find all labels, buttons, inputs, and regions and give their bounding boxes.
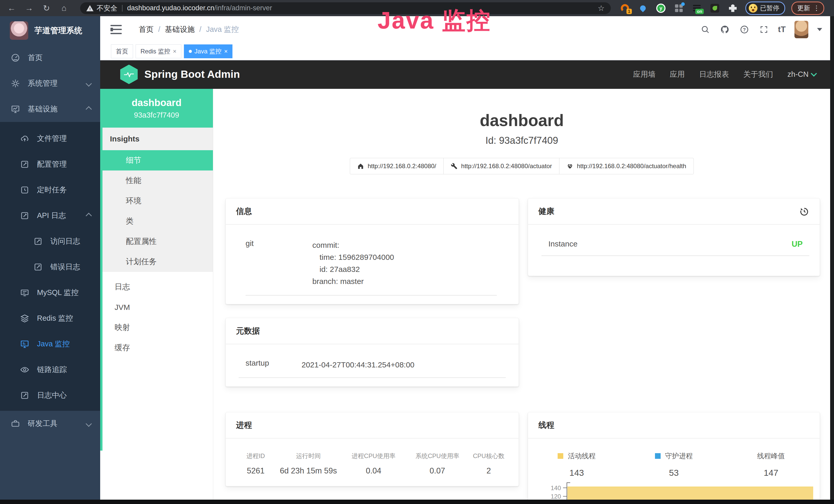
- sba-brand-title[interactable]: Spring Boot Admin: [144, 68, 240, 81]
- insights-item-details[interactable]: 细节: [100, 150, 213, 170]
- sidebar-item-tracing[interactable]: 链路追踪: [0, 357, 100, 383]
- sidebar-item-file-management[interactable]: 文件管理: [0, 126, 100, 152]
- extension-grid-icon[interactable]: [674, 3, 684, 13]
- insights-item-classes[interactable]: 类: [100, 211, 213, 231]
- y-axis-tick-label: 140: [543, 484, 561, 492]
- insights-item-metrics[interactable]: 性能: [100, 170, 213, 191]
- avatar-caret-icon[interactable]: [817, 28, 822, 31]
- user-avatar[interactable]: [794, 21, 808, 38]
- sba-navbar: Spring Boot Admin 应用墙 应用 日志报表 关于我们 zh-CN: [100, 60, 834, 89]
- browser-menu-icon[interactable]: ⋮: [813, 4, 820, 12]
- gear-icon: [11, 79, 20, 88]
- wrench-icon: [451, 163, 458, 169]
- text-size-icon[interactable]: tT: [778, 25, 786, 34]
- extensions-puzzle-icon[interactable]: [728, 3, 738, 13]
- chevron-down-icon: [86, 420, 92, 427]
- sba-nav-applications[interactable]: 应用: [670, 69, 685, 79]
- sidebar-item-infrastructure[interactable]: 基础设施: [0, 96, 100, 122]
- metadata-card-title: 元数据: [236, 325, 260, 336]
- sidebar-item-error-logs[interactable]: 错误日志: [0, 254, 100, 280]
- search-icon[interactable]: [700, 24, 711, 35]
- sidebar-item-access-logs[interactable]: 访问日志: [0, 229, 100, 254]
- annotation-java-monitor: Java 监控: [378, 5, 491, 37]
- close-icon[interactable]: ×: [224, 48, 227, 55]
- app-logo-row[interactable]: 芋道管理系统: [0, 16, 100, 45]
- insights-section-label: Insights: [100, 128, 213, 150]
- sidebar-toggle-icon[interactable]: [110, 25, 122, 34]
- browser-update-button[interactable]: 更新 ⋮: [791, 2, 824, 15]
- service-url-button[interactable]: http://192.168.0.2:48080/: [350, 158, 444, 174]
- sba-nav-journal[interactable]: 日志报表: [699, 69, 729, 79]
- sidebar-item-jvm[interactable]: JVM: [100, 297, 213, 317]
- y-axis-cap: [567, 482, 570, 483]
- close-icon[interactable]: ×: [173, 48, 176, 55]
- insights-item-config-props[interactable]: 配置属性: [100, 231, 213, 252]
- sidebar-item-config-management[interactable]: 配置管理: [0, 152, 100, 177]
- sidebar-item-caches[interactable]: 缓存: [100, 338, 213, 358]
- legend-swatch-daemon: [655, 453, 661, 459]
- process-table: 进程ID5261 运行时间6d 23h 15m 59s 进程CPU使用率0.04…: [226, 452, 519, 476]
- eye-icon: [20, 365, 29, 374]
- extension-pin-icon[interactable]: [638, 3, 648, 13]
- breadcrumb: 首页 / 基础设施 / Java 监控: [139, 24, 239, 35]
- sba-nav-about[interactable]: 关于我们: [743, 69, 773, 79]
- actuator-url-button[interactable]: http://192.168.0.2:48080/actuator: [443, 158, 559, 174]
- tab-java-monitor[interactable]: Java 监控 ×: [184, 44, 233, 58]
- status-badge: UP: [792, 239, 803, 249]
- extension-refresh-icon[interactable]: 1: [620, 3, 630, 13]
- info-card: 信息 git commit: time: 1596289704000 id: 2…: [225, 198, 519, 304]
- chevron-down-icon: [811, 70, 817, 76]
- browser-back-icon[interactable]: ←: [6, 2, 18, 14]
- github-icon[interactable]: [720, 24, 730, 35]
- window-bottom-edge: [0, 500, 834, 504]
- address-bar[interactable]: ! 不安全 dashboard.yudao.iocoder.cn/infra/a…: [80, 2, 611, 14]
- sidebar-item-home[interactable]: 首页: [0, 45, 100, 71]
- help-icon[interactable]: ?: [739, 24, 750, 35]
- page-title: dashboard: [214, 111, 830, 130]
- sidebar-item-mappings[interactable]: 映射: [100, 317, 213, 338]
- health-url-button[interactable]: http://192.168.0.2:48080/actuator/health: [559, 158, 694, 174]
- fullscreen-icon[interactable]: [759, 24, 769, 35]
- extension-y-icon[interactable]: y: [656, 3, 666, 13]
- edit-square-icon: [34, 237, 43, 246]
- legend-value-live: 143: [528, 468, 625, 478]
- breadcrumb-infrastructure[interactable]: 基础设施: [165, 24, 195, 35]
- extension-leaf-icon[interactable]: [710, 3, 720, 13]
- sidebar-item-logs[interactable]: 日志: [100, 277, 213, 297]
- sidebar-accent-strip: [100, 89, 103, 451]
- legend-label-live: 活动线程: [568, 452, 596, 460]
- sidebar-item-java-monitor[interactable]: Java 监控: [0, 331, 100, 357]
- browser-forward-icon[interactable]: →: [23, 2, 35, 14]
- tags-view-bar: 首页 Redis 监控 × Java 监控 ×: [100, 43, 834, 60]
- sidebar-item-scheduled-tasks[interactable]: 定时任务: [0, 177, 100, 203]
- history-icon[interactable]: [799, 206, 809, 216]
- breadcrumb-current: Java 监控: [206, 24, 239, 35]
- sidebar-item-api-logs[interactable]: API 日志: [0, 203, 100, 229]
- bookmark-star-icon[interactable]: ☆: [598, 4, 605, 13]
- insights-item-environment[interactable]: 环境: [100, 191, 213, 211]
- app-logo-image: [10, 21, 28, 40]
- browser-home-icon[interactable]: ⌂: [58, 2, 70, 14]
- insights-item-scheduled-tasks[interactable]: 计划任务: [100, 252, 213, 272]
- instance-url-group: http://192.168.0.2:48080/ http://192.168…: [350, 158, 694, 174]
- edit-square-icon: [34, 262, 43, 272]
- sidebar-item-redis-monitor[interactable]: Redis 监控: [0, 305, 100, 331]
- tab-redis-monitor[interactable]: Redis 监控 ×: [136, 44, 181, 58]
- profile-avatar-emoji: [749, 4, 758, 13]
- instance-sidebar: dashboard 93a3fc7f7409 Insights 细节 性能 环境…: [100, 89, 213, 504]
- browser-reload-icon[interactable]: ↻: [41, 2, 52, 14]
- metadata-card: 元数据 startup 2021-04-27T00:44:31.254+08:0…: [225, 318, 519, 387]
- sba-locale-select[interactable]: zh-CN: [788, 70, 816, 78]
- url-path: /infra/admin-server: [214, 4, 272, 12]
- breadcrumb-home[interactable]: 首页: [139, 24, 154, 35]
- sidebar-item-mysql-monitor[interactable]: MySQL 监控: [0, 280, 100, 305]
- sba-nav-wallboard[interactable]: 应用墙: [633, 69, 656, 79]
- sidebar-item-log-center[interactable]: 日志中心: [0, 383, 100, 408]
- sidebar-item-system[interactable]: 系统管理: [0, 71, 100, 96]
- profile-paused-chip[interactable]: 已暂停: [745, 2, 785, 15]
- sidebar-item-dev-tools[interactable]: 研发工具: [0, 411, 100, 436]
- extension-on-icon[interactable]: on: [692, 3, 702, 13]
- monitor-chart-icon: [11, 105, 20, 114]
- tab-home[interactable]: 首页: [111, 44, 133, 58]
- sba-nav: 应用墙 应用 日志报表 关于我们 zh-CN: [633, 69, 816, 79]
